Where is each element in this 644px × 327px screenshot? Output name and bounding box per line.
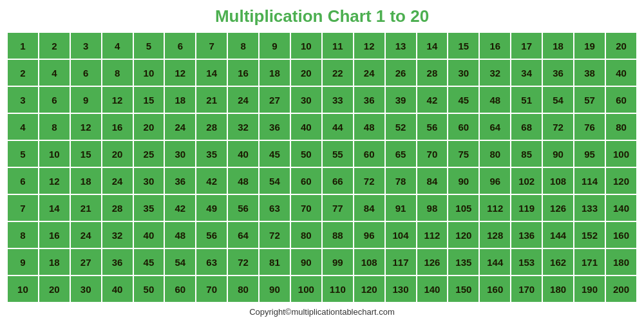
table-cell: 15 bbox=[133, 86, 165, 113]
table-cell: 6 bbox=[7, 167, 39, 194]
table-cell: 27 bbox=[259, 86, 290, 113]
table-cell: 16 bbox=[479, 32, 511, 59]
table-cell: 10 bbox=[133, 59, 165, 86]
table-cell: 96 bbox=[354, 221, 385, 248]
multiplication-table: 1234567891011121314151617181920246810121… bbox=[6, 32, 638, 303]
table-cell: 120 bbox=[605, 167, 637, 194]
table-row: 8162432404856647280889610411212012813614… bbox=[7, 221, 637, 248]
table-cell: 10 bbox=[290, 32, 322, 59]
table-cell: 90 bbox=[290, 248, 322, 276]
table-cell: 96 bbox=[479, 167, 511, 194]
table-cell: 20 bbox=[133, 113, 165, 140]
table-cell: 8 bbox=[102, 59, 133, 86]
table-cell: 38 bbox=[574, 59, 605, 86]
table-cell: 2 bbox=[7, 59, 39, 86]
table-cell: 7 bbox=[196, 32, 227, 59]
table-cell: 8 bbox=[39, 113, 70, 140]
table-cell: 54 bbox=[259, 167, 290, 194]
table-cell: 14 bbox=[39, 194, 70, 221]
table-cell: 50 bbox=[133, 276, 165, 303]
table-cell: 45 bbox=[133, 248, 165, 276]
table-cell: 1 bbox=[7, 32, 39, 59]
table-cell: 40 bbox=[102, 276, 133, 303]
table-cell: 88 bbox=[322, 221, 354, 248]
table-cell: 77 bbox=[322, 194, 354, 221]
table-cell: 133 bbox=[574, 194, 605, 221]
table-cell: 91 bbox=[385, 194, 417, 221]
table-cell: 45 bbox=[448, 86, 479, 113]
table-cell: 68 bbox=[511, 113, 542, 140]
table-row: 1234567891011121314151617181920 bbox=[7, 32, 637, 59]
table-cell: 15 bbox=[70, 140, 102, 167]
table-cell: 80 bbox=[605, 113, 637, 140]
table-cell: 72 bbox=[354, 167, 385, 194]
table-cell: 35 bbox=[196, 140, 227, 167]
table-cell: 12 bbox=[102, 86, 133, 113]
table-cell: 34 bbox=[511, 59, 542, 86]
table-cell: 2 bbox=[39, 32, 70, 59]
table-cell: 28 bbox=[417, 59, 448, 86]
table-cell: 84 bbox=[354, 194, 385, 221]
table-cell: 63 bbox=[259, 194, 290, 221]
table-cell: 108 bbox=[354, 248, 385, 276]
table-cell: 44 bbox=[322, 113, 354, 140]
table-cell: 24 bbox=[102, 167, 133, 194]
table-cell: 10 bbox=[7, 276, 39, 303]
table-cell: 18 bbox=[542, 32, 574, 59]
table-cell: 84 bbox=[417, 167, 448, 194]
table-cell: 36 bbox=[354, 86, 385, 113]
table-cell: 18 bbox=[39, 248, 70, 276]
table-cell: 24 bbox=[227, 86, 259, 113]
table-cell: 51 bbox=[511, 86, 542, 113]
table-cell: 60 bbox=[290, 167, 322, 194]
table-cell: 144 bbox=[479, 248, 511, 276]
table-cell: 60 bbox=[354, 140, 385, 167]
table-cell: 54 bbox=[164, 248, 196, 276]
table-cell: 72 bbox=[227, 248, 259, 276]
table-cell: 56 bbox=[196, 221, 227, 248]
table-cell: 114 bbox=[574, 167, 605, 194]
table-cell: 42 bbox=[164, 194, 196, 221]
table-cell: 136 bbox=[511, 221, 542, 248]
table-cell: 6 bbox=[39, 86, 70, 113]
table-cell: 48 bbox=[479, 86, 511, 113]
table-cell: 14 bbox=[417, 32, 448, 59]
table-cell: 40 bbox=[227, 140, 259, 167]
table-row: 9182736455463728190991081171261351441531… bbox=[7, 248, 637, 276]
table-cell: 15 bbox=[448, 32, 479, 59]
table-cell: 12 bbox=[39, 167, 70, 194]
table-cell: 25 bbox=[133, 140, 165, 167]
table-cell: 20 bbox=[39, 276, 70, 303]
table-cell: 152 bbox=[574, 221, 605, 248]
table-cell: 54 bbox=[542, 86, 574, 113]
table-cell: 24 bbox=[164, 113, 196, 140]
page-title: Multiplication Chart 1 to 20 bbox=[215, 6, 429, 26]
table-cell: 30 bbox=[290, 86, 322, 113]
table-cell: 20 bbox=[102, 140, 133, 167]
table-cell: 140 bbox=[605, 194, 637, 221]
table-cell: 30 bbox=[448, 59, 479, 86]
table-cell: 19 bbox=[574, 32, 605, 59]
table-cell: 112 bbox=[479, 194, 511, 221]
table-cell: 64 bbox=[479, 113, 511, 140]
table-cell: 30 bbox=[70, 276, 102, 303]
table-cell: 56 bbox=[417, 113, 448, 140]
table-cell: 100 bbox=[605, 140, 637, 167]
table-cell: 162 bbox=[542, 248, 574, 276]
table-cell: 20 bbox=[605, 32, 637, 59]
table-cell: 105 bbox=[448, 194, 479, 221]
table-cell: 120 bbox=[448, 221, 479, 248]
copyright-text: Copyright©multiplicationtablechart.com bbox=[249, 307, 395, 317]
table-cell: 72 bbox=[259, 221, 290, 248]
table-cell: 200 bbox=[605, 276, 637, 303]
table-cell: 9 bbox=[70, 86, 102, 113]
table-cell: 80 bbox=[227, 276, 259, 303]
table-cell: 42 bbox=[417, 86, 448, 113]
table-cell: 10 bbox=[39, 140, 70, 167]
table-cell: 30 bbox=[164, 140, 196, 167]
table-cell: 60 bbox=[605, 86, 637, 113]
table-cell: 65 bbox=[385, 140, 417, 167]
table-cell: 60 bbox=[448, 113, 479, 140]
table-cell: 8 bbox=[227, 32, 259, 59]
table-cell: 81 bbox=[259, 248, 290, 276]
